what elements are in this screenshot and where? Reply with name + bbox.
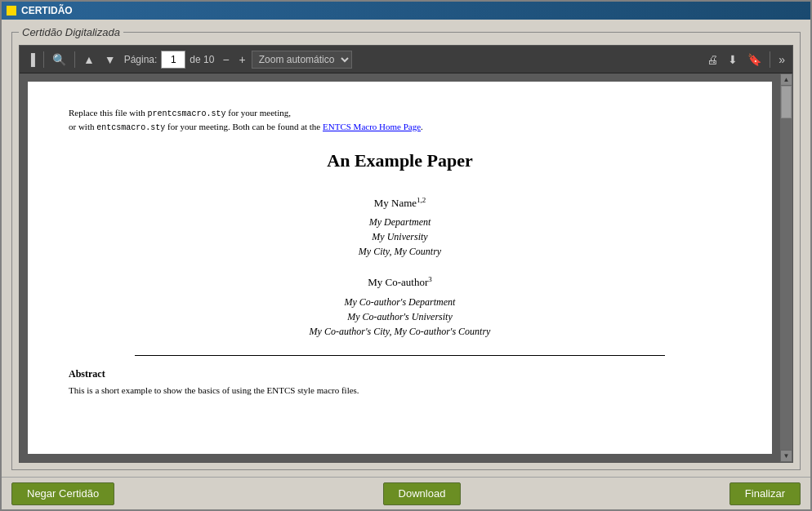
print-icon: 🖨 <box>707 53 718 66</box>
page-total: de 10 <box>190 54 214 65</box>
zoom-in-button[interactable]: + <box>235 51 250 69</box>
more-icon: » <box>779 53 785 66</box>
pdf-page-inner: Replace this file with prentcsmacro.sty … <box>28 82 772 454</box>
certidao-fieldset: Certidão Digitalizada ▐ 🔍 ▲ <box>11 26 801 470</box>
bottom-bar: Negar Certidão Download Finalizar <box>2 477 810 509</box>
pdf-abstract-text: This is a short example to show the basi… <box>69 384 731 398</box>
pdf-coauthor: My Co-author3 <box>69 275 731 289</box>
scroll-thumb[interactable] <box>781 86 792 118</box>
pdf-abstract-title: Abstract <box>69 368 731 380</box>
intro-text-4: for your meeting. Both can be found at t… <box>165 122 323 131</box>
pdf-intro: Replace this file with prentcsmacro.sty … <box>69 106 731 134</box>
page-input[interactable] <box>161 51 185 69</box>
pdf-content-area: Replace this file with prentcsmacro.sty … <box>20 73 792 462</box>
next-page-button[interactable]: ▼ <box>100 51 120 69</box>
save-icon: ⬇ <box>728 53 738 66</box>
scroll-down-button[interactable]: ▼ <box>780 450 792 462</box>
prev-icon: ▲ <box>83 53 95 66</box>
pdf-author: My Name1,2 <box>69 196 731 210</box>
pdf-toolbar: ▐ 🔍 ▲ ▼ Página: de 10 <box>20 46 792 73</box>
fieldset-legend: Certidão Digitalizada <box>19 26 123 38</box>
coauthor-sup: 3 <box>428 275 432 283</box>
main-window: CERTIDÃO Certidão Digitalizada ▐ 🔍 <box>0 0 812 511</box>
main-content: Certidão Digitalizada ▐ 🔍 ▲ <box>2 20 810 477</box>
intro-mono-1: prentcsmacro.sty <box>148 109 226 118</box>
pdf-page: Replace this file with prentcsmacro.sty … <box>20 73 780 462</box>
save-button[interactable]: ⬇ <box>724 51 742 69</box>
intro-text-2: for your meeting, <box>226 108 291 118</box>
download-button[interactable]: Download <box>383 482 462 505</box>
zoom-out-button[interactable]: − <box>218 51 233 69</box>
intro-link[interactable]: ENTCS Macro Home Page <box>323 122 421 131</box>
intro-mono-2: entcsmacro.sty <box>96 123 165 132</box>
bookmark-button[interactable]: 🔖 <box>743 51 765 69</box>
search-button[interactable]: 🔍 <box>48 51 70 69</box>
toolbar-right: 🖨 ⬇ 🔖 » <box>703 51 789 69</box>
intro-text-3: or with <box>69 122 96 131</box>
separator-2 <box>74 51 75 68</box>
finalizar-button[interactable]: Finalizar <box>729 482 801 505</box>
dept-line3: My City, My Country <box>359 246 441 257</box>
separator-3 <box>770 51 770 68</box>
coauthor-dept2: My Co-author's University <box>347 311 453 322</box>
plus-icon: + <box>239 53 246 66</box>
coauthor-dept3: My Co-author's City, My Co-author's Coun… <box>310 326 491 337</box>
next-icon: ▼ <box>105 53 116 66</box>
pdf-divider <box>135 355 665 356</box>
title-icon <box>7 6 16 16</box>
title-bar: CERTIDÃO <box>2 2 810 20</box>
coauthor-name: My Co-author <box>368 277 428 289</box>
intro-text-1: Replace this file with <box>69 108 148 118</box>
more-tools-button[interactable]: » <box>774 51 789 69</box>
prev-page-button[interactable]: ▲ <box>79 51 99 69</box>
zoom-select[interactable]: Zoom automático 50% 75% 100% 125% 150% 2… <box>252 51 352 69</box>
pdf-dept: My Department My University My City, My … <box>69 215 731 259</box>
separator-1 <box>43 51 44 68</box>
author-sup: 1,2 <box>417 196 426 204</box>
print-button[interactable]: 🖨 <box>703 51 722 69</box>
pdf-viewer: ▐ 🔍 ▲ ▼ Página: de 10 <box>19 45 793 463</box>
sidebar-icon: ▐ <box>27 53 35 66</box>
author-name: My Name <box>374 197 417 209</box>
scroll-track <box>780 86 792 450</box>
dept-line1: My Department <box>369 216 431 228</box>
pdf-title: An Example Paper <box>69 150 731 171</box>
bookmark-icon: 🔖 <box>747 53 761 66</box>
coauthor-dept1: My Co-author's Department <box>345 296 456 308</box>
minus-icon: − <box>222 53 229 66</box>
search-icon: 🔍 <box>52 53 66 66</box>
sidebar-toggle-button[interactable]: ▐ <box>23 51 39 69</box>
dept-line2: My University <box>372 231 427 242</box>
intro-text-5: . <box>421 122 423 131</box>
negar-certidao-button[interactable]: Negar Certidão <box>11 482 114 505</box>
pdf-scrollbar: ▲ ▼ <box>780 73 792 462</box>
pdf-coauthor-dept: My Co-author's Department My Co-author's… <box>69 295 731 339</box>
scroll-up-button[interactable]: ▲ <box>780 73 792 86</box>
page-label: Página: <box>124 54 158 65</box>
window-title: CERTIDÃO <box>21 5 73 16</box>
